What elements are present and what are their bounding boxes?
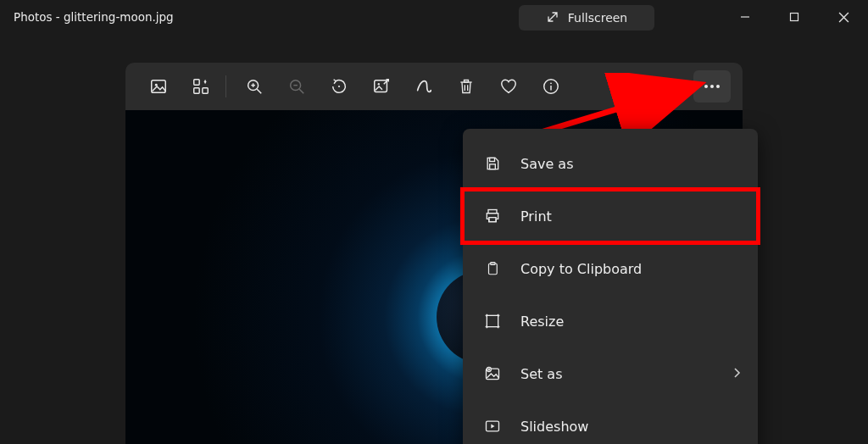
- window-controls: [721, 0, 868, 34]
- svg-rect-1: [791, 14, 798, 21]
- menu-item-print[interactable]: Print: [463, 190, 758, 242]
- svg-rect-30: [489, 218, 496, 222]
- print-icon: [483, 208, 502, 225]
- menu-label: Copy to Clipboard: [520, 261, 642, 277]
- svg-point-16: [378, 83, 380, 85]
- menu-label: Save as: [520, 156, 574, 172]
- svg-rect-6: [203, 88, 208, 93]
- draw-button[interactable]: [403, 63, 445, 110]
- menu-label: Print: [520, 208, 552, 225]
- svg-rect-15: [375, 80, 387, 92]
- apps-button[interactable]: [180, 63, 222, 110]
- edit-button[interactable]: [360, 63, 403, 110]
- toolbar: [125, 63, 743, 110]
- minimize-button[interactable]: [721, 0, 770, 34]
- menu-label: Set as: [520, 366, 563, 382]
- window-title: Photos - glittering-moon.jpg: [14, 10, 174, 24]
- resize-icon: [483, 313, 502, 330]
- menu-label: Resize: [520, 314, 564, 330]
- more-options-menu: Save as Print Copy to Clipboard Resize S…: [463, 129, 758, 444]
- menu-item-save-as[interactable]: Save as: [463, 137, 758, 190]
- close-button[interactable]: [819, 0, 868, 34]
- rotate-button[interactable]: [318, 63, 360, 110]
- svg-point-14: [338, 86, 340, 87]
- svg-rect-33: [487, 315, 498, 326]
- menu-item-resize[interactable]: Resize: [463, 295, 758, 347]
- svg-rect-2: [152, 80, 166, 93]
- delete-button[interactable]: [445, 63, 487, 110]
- svg-line-8: [257, 89, 261, 93]
- set-as-icon: [483, 365, 502, 382]
- gallery-button[interactable]: [137, 63, 180, 110]
- svg-point-23: [710, 85, 714, 88]
- title-bar: Photos - glittering-moon.jpg Fullscreen: [0, 0, 868, 34]
- menu-label: Slideshow: [520, 419, 588, 435]
- svg-rect-5: [194, 88, 199, 93]
- svg-point-22: [704, 85, 708, 88]
- menu-item-set-as[interactable]: Set as: [463, 347, 758, 400]
- maximize-button[interactable]: [770, 0, 819, 34]
- fullscreen-button[interactable]: Fullscreen: [519, 5, 654, 31]
- svg-point-20: [550, 82, 552, 84]
- toolbar-divider: [225, 75, 226, 97]
- fullscreen-icon: [546, 10, 559, 26]
- menu-item-slideshow[interactable]: Slideshow: [463, 400, 758, 444]
- slideshow-icon: [483, 418, 502, 435]
- chevron-right-icon: [732, 366, 741, 382]
- info-button[interactable]: [530, 63, 572, 110]
- save-icon: [483, 155, 502, 172]
- svg-rect-28: [490, 164, 496, 169]
- svg-rect-4: [194, 80, 199, 85]
- zoom-out-button[interactable]: [275, 63, 318, 110]
- svg-rect-27: [490, 158, 495, 161]
- svg-line-12: [299, 89, 303, 93]
- menu-item-copy-clipboard[interactable]: Copy to Clipboard: [463, 242, 758, 295]
- more-options-button[interactable]: [693, 70, 731, 103]
- fullscreen-label: Fullscreen: [568, 11, 627, 25]
- favorite-button[interactable]: [487, 63, 530, 110]
- zoom-in-button[interactable]: [233, 63, 275, 110]
- clipboard-icon: [483, 260, 502, 277]
- svg-point-24: [716, 85, 720, 88]
